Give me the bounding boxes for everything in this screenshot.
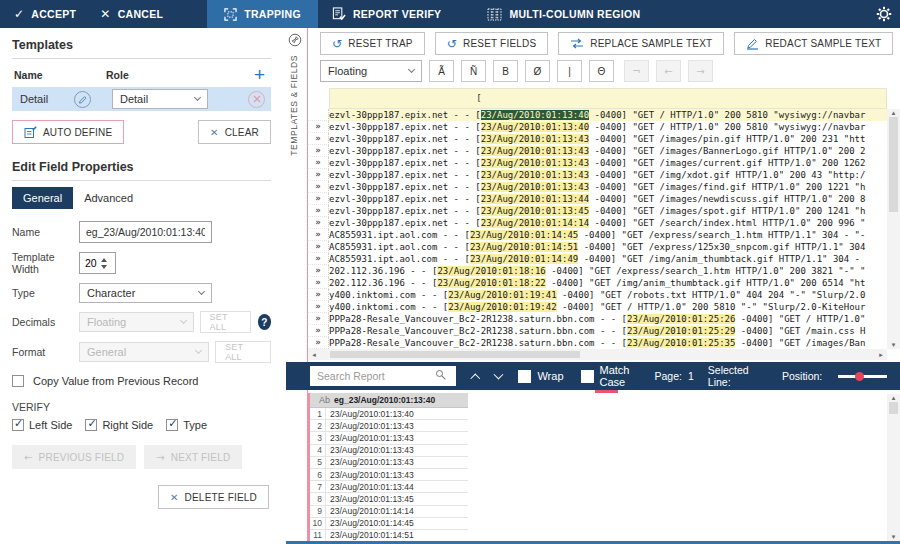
template-width-input[interactable] — [80, 257, 100, 269]
trap-character-button[interactable]: Ñ — [461, 60, 486, 82]
report-line[interactable]: » y400.inktomi.com - - [23/Aug/2010:01:1… — [308, 289, 887, 301]
search-field[interactable] — [310, 366, 456, 386]
tab-advanced[interactable]: Advanced — [73, 187, 144, 209]
pin-button[interactable] — [288, 33, 302, 51]
trap-type-select[interactable]: Floating — [320, 60, 422, 82]
reset-fields-button[interactable]: ↺ RESET FIELDS — [435, 32, 549, 55]
replace-sample-text-button[interactable]: REPLACE SAMPLE TEXT — [558, 32, 724, 55]
slider-handle[interactable] — [855, 372, 864, 381]
clear-button[interactable]: ✕ CLEAR — [198, 120, 271, 144]
table-row[interactable]: 4 23/Aug/2010:01:13:43 — [310, 445, 468, 457]
report-line[interactable]: » ezvl-30ppp187.epix.net - - [23/Aug/201… — [308, 217, 887, 229]
report-horizontal-scrollbar[interactable]: ◂ ▸ — [308, 349, 887, 360]
search-next-button[interactable] — [493, 370, 503, 380]
search-previous-button[interactable] — [471, 373, 481, 383]
reset-trap-button[interactable]: ↺ RESET TRAP — [320, 32, 425, 55]
report-line[interactable]: » PPPa28-Resale_Vancouver_Bc2-2R1238.sat… — [308, 325, 887, 337]
scroll-right-icon[interactable]: ▸ — [875, 351, 887, 359]
trap-line[interactable]: [ — [329, 88, 887, 109]
step-up-icon[interactable] — [101, 258, 107, 262]
scroll-up-icon[interactable]: ▴ — [892, 394, 896, 402]
log-suffix: -0400] "GET /images/Ban — [735, 338, 865, 348]
table-row[interactable]: 8 23/Aug/2010:01:13:45 — [310, 493, 468, 505]
trap-character-button[interactable]: B — [493, 60, 518, 82]
trap-character-button[interactable]: Ã — [429, 60, 454, 82]
match-case-checkbox[interactable] — [581, 370, 594, 383]
table-row[interactable]: 3 23/Aug/2010:01:13:43 — [310, 432, 468, 444]
type-select[interactable]: Character — [79, 283, 212, 303]
scroll-left-icon[interactable]: ◂ — [308, 351, 320, 359]
report-line[interactable]: » ezvl-30ppp187.epix.net - - [23/Aug/201… — [308, 205, 887, 217]
trap-character-button[interactable]: | — [557, 60, 582, 82]
scroll-down-icon[interactable]: ▾ — [892, 341, 896, 349]
copy-value-checkbox[interactable] — [12, 375, 24, 387]
wrap-checkbox[interactable] — [518, 370, 531, 383]
table-row[interactable]: 9 23/Aug/2010:01:14:14 — [310, 506, 468, 518]
report-line[interactable]: » ezvl-30ppp187.epix.net - - [23/Aug/201… — [308, 181, 887, 193]
stepper-arrows[interactable] — [101, 258, 107, 269]
report-view[interactable]: ezvl-30ppp187.epix.net - - [23/Aug/2010:… — [308, 109, 887, 349]
templates-fields-tab-label[interactable]: TEMPLATES & FIELDS — [289, 55, 301, 156]
report-line[interactable]: » y400.inktomi.com - - [23/Aug/2010:01:1… — [308, 301, 887, 313]
row-number: 9 — [310, 506, 326, 517]
settings-button[interactable] — [876, 6, 892, 24]
report-line[interactable]: » ezvl-30ppp187.epix.net - - [23/Aug/201… — [308, 133, 887, 145]
table-row[interactable]: 5 23/Aug/2010:01:13:43 — [310, 457, 468, 469]
table-row[interactable]: 6 23/Aug/2010:01:13:43 — [310, 469, 468, 481]
accept-button[interactable]: ✓ ACCEPT — [2, 0, 88, 28]
scrollbar-thumb[interactable] — [330, 351, 580, 358]
decimals-field-label: Decimals — [12, 316, 79, 328]
scrollbar-thumb[interactable] — [889, 402, 898, 414]
redact-sample-text-button[interactable]: REDACT SAMPLE TEXT — [734, 32, 893, 55]
tab-trapping[interactable]: TRAPPING — [207, 0, 318, 28]
search-input[interactable] — [310, 366, 456, 386]
template-role-select[interactable]: Detail — [112, 89, 208, 109]
scroll-up-icon[interactable]: ▴ — [892, 109, 896, 117]
report-line[interactable]: » AC855931.ipt.aol.com - - [23/Aug/2010:… — [308, 229, 887, 241]
report-vertical-scrollbar[interactable]: ▴ ▾ — [887, 109, 900, 349]
table-vertical-scrollbar[interactable]: ▴ ▾ — [887, 394, 900, 541]
tab-multi-column-region[interactable]: MULTI-COLUMN REGION — [475, 0, 652, 28]
verify-checkbox[interactable] — [85, 419, 97, 431]
report-line[interactable]: » AC855931.ipt.aol.com - - [23/Aug/2010:… — [308, 241, 887, 253]
add-template-button[interactable]: + — [254, 68, 269, 82]
report-line[interactable]: » 202.112.36.196 - - [23/Aug/2010:01:18:… — [308, 277, 887, 289]
report-line[interactable]: » PPPa28-Resale_Vancouver_Bc2-2R1238.sat… — [308, 313, 887, 325]
auto-define-button[interactable]: AUTO DEFINE — [12, 120, 124, 144]
scroll-down-icon[interactable]: ▾ — [892, 533, 896, 541]
help-icon[interactable]: ? — [258, 314, 271, 330]
verify-checkbox[interactable] — [166, 419, 178, 431]
delete-template-button[interactable] — [248, 91, 265, 108]
report-line[interactable]: » ezvl-30ppp187.epix.net - - [23/Aug/201… — [308, 169, 887, 181]
scrollbar-thumb[interactable] — [889, 117, 898, 212]
tab-report-verify[interactable]: REPORT VERIFY — [320, 0, 454, 28]
template-width-stepper[interactable] — [79, 252, 116, 274]
step-down-icon[interactable] — [101, 265, 107, 269]
tab-general[interactable]: General — [12, 187, 73, 209]
trap-character-button[interactable]: Ø — [525, 60, 550, 82]
edit-template-button[interactable] — [74, 91, 91, 108]
chevron-down-icon — [195, 347, 202, 354]
delete-field-button[interactable]: ✕ DELETE FIELD — [158, 485, 269, 509]
table-row[interactable]: 1 23/Aug/2010:01:13:40 — [310, 408, 468, 420]
report-line[interactable]: » PPPa28-Resale_Vancouver_Bc2-2R1238.sat… — [308, 337, 887, 349]
report-line[interactable]: » ezvl-30ppp187.epix.net - - [23/Aug/201… — [308, 193, 887, 205]
position-slider[interactable] — [838, 375, 887, 378]
report-line[interactable]: » AC855931.ipt.aol.com - - [23/Aug/2010:… — [308, 253, 887, 265]
splitter-handle[interactable] — [595, 390, 618, 393]
table-row[interactable]: 10 23/Aug/2010:01:14:45 — [310, 518, 468, 530]
verify-checkbox[interactable] — [12, 419, 24, 431]
cancel-button[interactable]: ✕ CANCEL — [88, 0, 175, 28]
report-line[interactable]: » 202.112.36.196 - - [23/Aug/2010:01:18:… — [308, 265, 887, 277]
report-line[interactable]: » ezvl-30ppp187.epix.net - - [23/Aug/201… — [308, 157, 887, 169]
template-row[interactable]: Detail Detail — [12, 87, 271, 111]
tab-report-verify-label: REPORT VERIFY — [353, 8, 442, 20]
field-column-header[interactable]: Ab eg_23/Aug/2010:01:13:40 — [310, 393, 468, 408]
report-line[interactable]: » ezvl-30ppp187.epix.net - - [23/Aug/201… — [308, 121, 887, 133]
report-line[interactable]: » ezvl-30ppp187.epix.net - - [23/Aug/201… — [308, 145, 887, 157]
report-line[interactable]: ezvl-30ppp187.epix.net - - [23/Aug/2010:… — [308, 109, 887, 121]
table-row[interactable]: 7 23/Aug/2010:01:13:44 — [310, 481, 468, 493]
table-row[interactable]: 2 23/Aug/2010:01:13:43 — [310, 420, 468, 432]
field-name-input[interactable] — [79, 221, 212, 243]
trap-character-button[interactable]: Θ — [589, 60, 614, 82]
